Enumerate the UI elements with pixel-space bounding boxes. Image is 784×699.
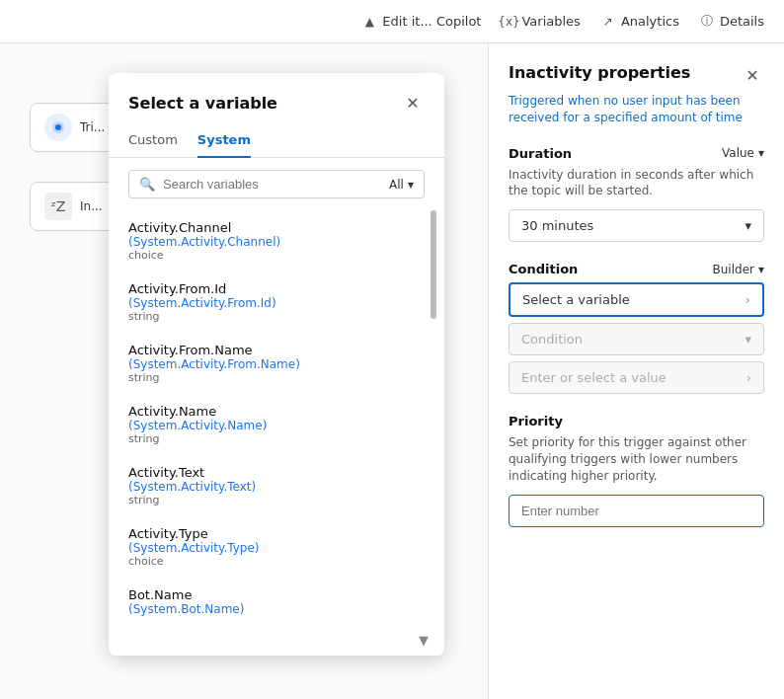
variable-list: Activity.Channel (System.Activity.Channe… — [109, 210, 444, 625]
select-variable-modal: Select a variable ✕ Custom System 🔍 All … — [109, 73, 444, 656]
list-item[interactable]: Activity.From.Name (System.Activity.From… — [128, 333, 425, 394]
list-item[interactable]: Activity.Type (System.Activity.Type) cho… — [128, 516, 425, 578]
priority-section-header: Priority — [509, 414, 764, 428]
top-nav: ▲ Edit it... Copilot {x} Variables ↗ Ana… — [0, 0, 784, 43]
select-variable-button[interactable]: Select a variable › — [509, 282, 764, 317]
duration-description: Inactivity duration in seconds after whi… — [509, 167, 764, 200]
scrollbar-thumb[interactable] — [431, 210, 436, 319]
modal-close-button[interactable]: ✕ — [401, 91, 425, 115]
panel-header: Inactivity properties ✕ — [509, 63, 764, 87]
panel-close-button[interactable]: ✕ — [741, 63, 764, 87]
modal-tabs: Custom System — [109, 126, 444, 158]
search-bar: 🔍 All ▾ — [128, 170, 425, 198]
search-icon: 🔍 — [139, 177, 155, 192]
condition-chevron-icon: ▾ — [758, 263, 764, 276]
condition-label: Condition — [509, 262, 578, 276]
priority-label: Priority — [509, 414, 563, 428]
value-input-field[interactable]: Enter or select a value › — [509, 361, 764, 394]
list-item[interactable]: Activity.Text (System.Activity.Text) str… — [128, 455, 425, 516]
nav-variables[interactable]: {x} Variables — [501, 14, 580, 30]
tab-system[interactable]: System — [197, 126, 251, 157]
trigger-label: Tri... — [80, 120, 105, 134]
condition-section-header: Condition Builder ▾ — [509, 262, 764, 276]
panel-description: Triggered when no user input has been re… — [509, 93, 764, 126]
select-variable-chevron-icon: › — [745, 292, 750, 307]
priority-section: Priority Set priority for this trigger a… — [509, 414, 764, 526]
condition-mode-toggle[interactable]: Builder ▾ — [713, 263, 764, 276]
duration-chevron-icon: ▾ — [758, 146, 764, 160]
svg-point-1 — [55, 124, 61, 130]
inactivity-icon: ᶻZ — [44, 193, 72, 220]
trigger-icon — [44, 114, 72, 141]
search-input[interactable] — [163, 177, 381, 192]
nav-analytics[interactable]: ↗ Analytics — [600, 14, 679, 30]
condition-section: Condition Builder ▾ Select a variable › … — [509, 262, 764, 394]
nav-analytics-label: Analytics — [621, 14, 679, 29]
duration-label: Duration — [509, 146, 572, 161]
variables-icon: {x} — [501, 14, 516, 30]
analytics-icon: ↗ — [600, 14, 616, 30]
priority-description: Set priority for this trigger against ot… — [509, 434, 764, 484]
scroll-down-indicator: ▼ — [109, 625, 444, 656]
condition-operator-dropdown[interactable]: Condition ▾ — [509, 323, 764, 355]
nav-details-label: Details — [720, 14, 764, 29]
arrow-up-icon: ▲ — [361, 14, 377, 30]
priority-input[interactable] — [509, 495, 764, 527]
search-filter-dropdown[interactable]: All ▾ — [389, 178, 414, 192]
modal-title: Select a variable — [128, 94, 277, 113]
inactivity-label: In... — [80, 199, 103, 213]
info-icon: ⓘ — [699, 14, 715, 30]
tab-custom[interactable]: Custom — [128, 126, 178, 157]
list-item[interactable]: Activity.Channel (System.Activity.Channe… — [128, 210, 425, 272]
duration-dropdown[interactable]: 30 minutes ▾ — [509, 209, 764, 242]
duration-section-header: Duration Value ▾ — [509, 146, 764, 161]
canvas-area: Tri... ᶻZ In... Select a variable ✕ Cust… — [0, 43, 784, 699]
list-item[interactable]: Bot.Name (System.Bot.Name) — [128, 578, 425, 625]
value-chevron-icon: › — [746, 370, 751, 385]
chevron-down-icon: ▼ — [419, 633, 429, 648]
filter-chevron-icon: ▾ — [408, 178, 414, 192]
nav-variables-label: Variables — [521, 14, 580, 29]
nav-copilot-label: Edit it... Copilot — [382, 14, 481, 29]
nav-details[interactable]: ⓘ Details — [699, 14, 764, 30]
nav-copilot[interactable]: ▲ Edit it... Copilot — [361, 14, 481, 30]
duration-dropdown-chevron-icon: ▾ — [745, 218, 751, 233]
duration-mode-toggle[interactable]: Value ▾ — [722, 146, 764, 160]
operator-chevron-icon: ▾ — [745, 332, 751, 347]
inactivity-properties-panel: Inactivity properties ✕ Triggered when n… — [488, 43, 784, 699]
scrollbar-track — [431, 210, 436, 625]
modal-header: Select a variable ✕ — [109, 73, 444, 126]
list-item[interactable]: Activity.Name (System.Activity.Name) str… — [128, 394, 425, 455]
list-item[interactable]: Activity.From.Id (System.Activity.From.I… — [128, 272, 425, 333]
panel-title: Inactivity properties — [509, 63, 690, 82]
